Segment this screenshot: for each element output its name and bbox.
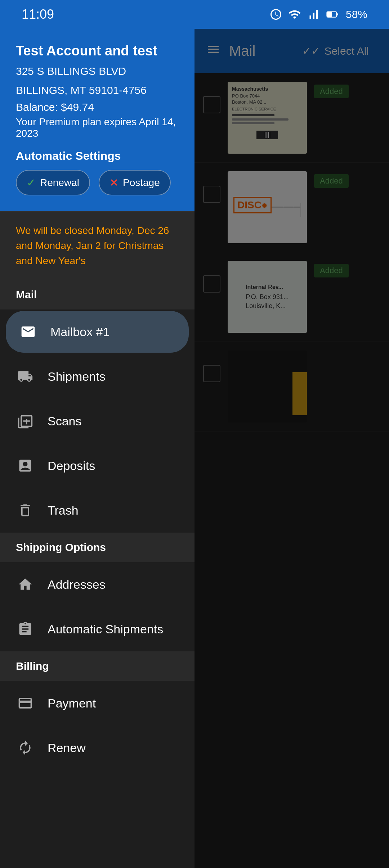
- sidebar-item-addresses[interactable]: Addresses: [0, 562, 194, 607]
- battery-percentage: 58%: [346, 8, 367, 21]
- mail-checkbox-2[interactable]: [203, 186, 220, 203]
- mail-thumbnail-4: [228, 351, 307, 422]
- alarm-icon: [269, 8, 282, 21]
- settings-buttons: ✓ Renewal ✕ Postage: [16, 170, 179, 195]
- mail-item-1[interactable]: Massachusetts PO Box 7044 Boston, MA 02.…: [194, 73, 389, 163]
- mail-panel: Mail ✓✓ Select All Massachusetts PO Box …: [194, 29, 389, 868]
- mailbox-label: Mailbox #1: [50, 325, 109, 339]
- mail-section-header: Mail: [0, 280, 194, 309]
- shipments-icon: [16, 367, 35, 386]
- trash-icon: [16, 501, 35, 520]
- mail-info-3: Added: [314, 261, 380, 277]
- mail-item-3[interactable]: Internal Rev... P.O. Box 931... Louisvil…: [194, 252, 389, 342]
- mailbox-icon: [19, 322, 37, 341]
- select-all-button[interactable]: ✓✓ Select All: [294, 39, 377, 63]
- mail-item-2[interactable]: DISC● Added: [194, 163, 389, 252]
- disco-logo: DISC●: [233, 197, 272, 213]
- sidebar-item-shipments[interactable]: Shipments: [0, 354, 194, 399]
- billing-section-header: Billing: [0, 651, 194, 681]
- postage-label: Postage: [123, 177, 160, 189]
- battery-icon: [326, 8, 340, 21]
- sidebar-item-renew[interactable]: Renew: [0, 725, 194, 770]
- signal-icon: [307, 8, 320, 21]
- double-check-icon: ✓✓: [302, 45, 320, 57]
- select-all-label: Select All: [325, 45, 369, 57]
- account-address-line2: BILLINGS, MT 59101-4756: [16, 82, 179, 98]
- mail-badge-2: Added: [314, 174, 349, 188]
- mail-thumbnail-2: DISC●: [228, 171, 307, 243]
- addresses-label: Addresses: [48, 578, 106, 592]
- mail-badge-3: Added: [314, 264, 349, 277]
- deposits-icon: [16, 456, 35, 475]
- sidebar-item-scans[interactable]: Scans: [0, 399, 194, 443]
- deposits-label: Deposits: [48, 459, 95, 473]
- payment-label: Payment: [48, 696, 96, 710]
- svg-rect-1: [327, 12, 332, 17]
- trash-label: Trash: [48, 503, 79, 517]
- renewal-label: Renewal: [40, 177, 79, 189]
- postage-button[interactable]: ✕ Postage: [99, 170, 171, 195]
- account-plan: Your Premium plan expires April 14, 2023: [16, 116, 179, 139]
- status-bar: 11:09 58%: [0, 0, 389, 29]
- auto-shipments-label: Automatic Shipments: [48, 622, 163, 636]
- mail-checkbox-3[interactable]: [203, 275, 220, 293]
- mail-info-2: Added: [314, 171, 380, 188]
- status-icons: 58%: [269, 8, 367, 21]
- check-icon: ✓: [27, 176, 36, 189]
- scans-label: Scans: [48, 414, 82, 428]
- wifi-icon: [288, 8, 301, 21]
- renewal-button[interactable]: ✓ Renewal: [16, 170, 90, 195]
- account-address-line1: 325 S BILLINGS BLVD: [16, 63, 179, 79]
- mail-panel-title: Mail: [229, 43, 255, 59]
- mail-info-1: Added: [314, 82, 380, 98]
- mail-checkbox-4[interactable]: [203, 365, 220, 382]
- billing-section-title: Billing: [16, 660, 49, 672]
- mail-toolbar: Mail ✓✓ Select All: [194, 29, 389, 73]
- mail-thumbnail-1: Massachusetts PO Box 7044 Boston, MA 02.…: [228, 82, 307, 154]
- shipping-section-header: Shipping Options: [0, 533, 194, 562]
- renew-icon: [16, 738, 35, 757]
- shipments-label: Shipments: [48, 370, 106, 384]
- auto-settings-label: Automatic Settings: [16, 149, 179, 163]
- sidebar-item-auto-shipments[interactable]: Automatic Shipments: [0, 607, 194, 651]
- sidebar-item-mailbox[interactable]: Mailbox #1: [6, 311, 189, 353]
- auto-shipments-icon: [16, 620, 35, 638]
- account-balance: Balance: $49.74: [16, 101, 179, 113]
- payment-icon: [16, 694, 35, 713]
- side-drawer: Test Account and test 325 S BILLINGS BLV…: [0, 29, 194, 868]
- mail-thumbnail-3: Internal Rev... P.O. Box 931... Louisvil…: [228, 261, 307, 333]
- account-name: Test Account and test: [16, 43, 179, 59]
- scans-icon: [16, 412, 35, 430]
- gold-stripe: [292, 372, 307, 415]
- mail-badge-1: Added: [314, 85, 349, 98]
- sidebar-item-trash[interactable]: Trash: [0, 488, 194, 533]
- status-time: 11:09: [22, 7, 54, 22]
- notice-text: We will be closed Monday, Dec 26 and Mon…: [16, 223, 179, 268]
- renew-label: Renew: [48, 741, 86, 755]
- mail-item-4[interactable]: [194, 342, 389, 431]
- mail-checkbox-1[interactable]: [203, 96, 220, 113]
- x-icon: ✕: [109, 176, 119, 189]
- addresses-icon: [16, 575, 35, 594]
- sidebar-item-payment[interactable]: Payment: [0, 681, 194, 725]
- hamburger-icon[interactable]: [206, 42, 220, 60]
- sidebar-item-deposits[interactable]: Deposits: [0, 443, 194, 488]
- mail-section-title: Mail: [16, 289, 37, 300]
- notice-bar: We will be closed Monday, Dec 26 and Mon…: [0, 211, 194, 280]
- shipping-section-title: Shipping Options: [16, 541, 106, 553]
- account-header: Test Account and test 325 S BILLINGS BLV…: [0, 29, 194, 211]
